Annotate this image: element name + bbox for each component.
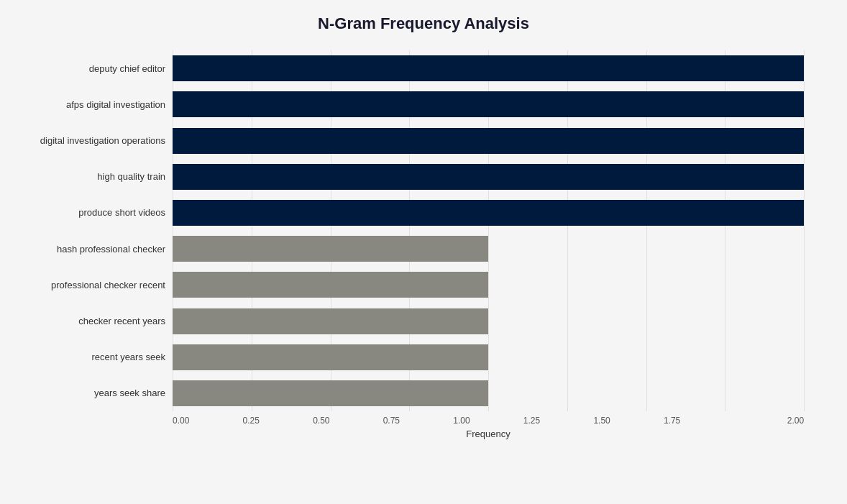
bar-row: digital investigation operations	[173, 122, 804, 158]
bar-row: afps digital investigation	[173, 86, 804, 122]
bar-label: digital investigation operations	[29, 135, 165, 146]
bar-fill	[173, 91, 804, 117]
bar-label: produce short videos	[29, 207, 165, 218]
bar-track	[173, 200, 804, 226]
bar-row: hash professional checker	[173, 231, 804, 267]
bar-track	[173, 272, 804, 298]
bar-fill	[173, 200, 804, 226]
x-axis: 0.000.250.500.751.001.251.501.752.00	[29, 416, 818, 426]
bar-track	[173, 91, 804, 117]
bar-label: years seek share	[29, 388, 165, 398]
x-axis-label: Frequency	[29, 429, 818, 439]
bar-track	[173, 308, 804, 334]
x-tick: 0.75	[383, 416, 454, 426]
bar-label: hash professional checker	[29, 244, 165, 255]
bar-row: high quality train	[173, 159, 804, 195]
chart-title: N-Gram Frequency Analysis	[29, 14, 818, 33]
x-tick: 0.25	[243, 416, 313, 426]
bar-row: years seek share	[173, 375, 804, 411]
bar-row: recent years seek	[173, 339, 804, 375]
bar-track	[173, 380, 804, 406]
bar-fill	[173, 164, 804, 190]
bar-label: professional checker recent	[29, 280, 165, 290]
bar-label: afps digital investigation	[29, 99, 165, 110]
bar-fill	[173, 128, 804, 154]
bar-row: produce short videos	[173, 195, 804, 231]
bar-track	[173, 128, 804, 154]
bar-label: checker recent years	[29, 316, 165, 326]
bar-label: recent years seek	[29, 352, 165, 362]
chart-container: N-Gram Frequency Analysis deputy chief e…	[0, 0, 847, 504]
bar-track	[173, 344, 804, 370]
x-tick: 2.00	[734, 416, 805, 426]
grid-line	[804, 50, 805, 411]
bar-track	[173, 236, 804, 262]
bar-row: deputy chief editor	[173, 50, 804, 86]
bar-fill	[173, 308, 488, 334]
bar-track	[173, 55, 804, 81]
chart-area: deputy chief editorafps digital investig…	[29, 50, 818, 439]
x-tick: 0.50	[313, 416, 383, 426]
bar-fill	[173, 344, 488, 370]
bar-fill	[173, 236, 488, 262]
bar-fill	[173, 55, 804, 81]
bar-row: professional checker recent	[173, 267, 804, 303]
bar-fill	[173, 272, 488, 298]
bars-wrapper: deputy chief editorafps digital investig…	[29, 50, 818, 411]
x-tick: 1.00	[453, 416, 523, 426]
bar-label: high quality train	[29, 171, 165, 182]
bar-row: checker recent years	[173, 303, 804, 339]
x-tick: 0.00	[173, 416, 243, 426]
bar-fill	[173, 380, 488, 406]
x-tick: 1.75	[664, 416, 734, 426]
x-tick: 1.50	[593, 416, 664, 426]
bar-label: deputy chief editor	[29, 63, 165, 74]
x-tick: 1.25	[523, 416, 594, 426]
bar-track	[173, 164, 804, 190]
